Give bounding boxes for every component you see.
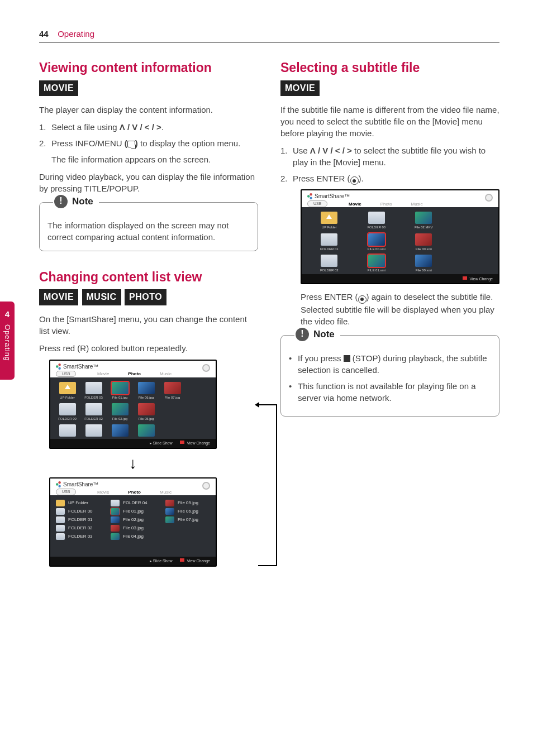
selecting-step-2: Press ENTER (). [280, 173, 499, 185]
side-tab: 4 Operating [0, 302, 15, 380]
note-label: ! Note [294, 328, 340, 341]
viewing-note-body: The information displayed on the screen … [47, 219, 250, 243]
viewing-step-1: Select a file using Λ / V / < / >. [39, 121, 258, 133]
list-item[interactable]: File 04.jpg [111, 533, 155, 540]
folder-icon[interactable] [368, 212, 385, 224]
tab-music[interactable]: Music [411, 201, 423, 207]
footer-view-change[interactable]: View Change [463, 276, 493, 282]
screenshot-list-view: SmartShare™ USB Movie Photo Music UP Fol… [49, 477, 217, 567]
connector-line [258, 565, 277, 566]
smartshare-logo: SmartShare™ [56, 481, 98, 489]
folder-up-icon[interactable] [321, 212, 337, 224]
footer-slideshow[interactable]: ▸ Slide Show [150, 441, 173, 446]
thumb-icon [165, 516, 174, 523]
thumb-icon[interactable] [164, 382, 181, 394]
selecting-note-2: This function is not available for playi… [289, 380, 491, 404]
list-item[interactable]: FOLDER 03 [56, 533, 101, 540]
folder-icon[interactable] [85, 382, 102, 394]
tab-music[interactable]: Music [160, 371, 172, 377]
selecting-note-1: If you press (STOP) during playback, the… [289, 352, 491, 376]
tag-photo: PHOTO [125, 289, 166, 305]
folder-icon [56, 525, 65, 532]
selecting-after: Press ENTER () again to deselect the sub… [301, 291, 499, 327]
thumb-icon[interactable] [368, 255, 385, 267]
folder-up-icon[interactable] [59, 382, 76, 394]
footer-slideshow[interactable]: ▸ Slide Show [150, 558, 173, 564]
folder-icon[interactable] [321, 233, 337, 246]
footer-view-change[interactable]: View Change [180, 558, 210, 564]
media-tabs: Movie Photo Music [97, 489, 172, 495]
arrow-down-icon: ↓ [49, 449, 217, 477]
changing-intro: On the [SmartShare] menu, you can change… [39, 313, 258, 337]
list-item[interactable]: File 01.jpg [111, 508, 155, 515]
tab-photo[interactable]: Photo [128, 371, 141, 377]
enter-icon [350, 176, 359, 185]
tab-movie[interactable]: Movie [97, 371, 109, 377]
list-item[interactable]: File 07.jpg [165, 516, 210, 523]
thumb-icon[interactable] [138, 403, 155, 415]
thumb-icon[interactable] [415, 255, 432, 267]
list-item[interactable]: FOLDER 01 [56, 516, 101, 523]
list-item[interactable]: FOLDER 02 [56, 525, 101, 532]
tab-music[interactable]: Music [160, 489, 172, 495]
folder-icon[interactable] [85, 424, 102, 437]
connector-line [258, 404, 277, 405]
tag-movie: MOVIE [280, 80, 320, 96]
section-title-viewing: Viewing content information [39, 59, 258, 76]
thumb-icon[interactable] [368, 233, 385, 246]
list-item[interactable]: UP Folder [56, 500, 101, 506]
thumb-icon[interactable] [112, 403, 129, 415]
list-item[interactable]: File 06.jpg [165, 508, 210, 515]
list-item[interactable]: File 02.jpg [111, 516, 155, 523]
thumb-icon[interactable] [415, 233, 432, 246]
tab-photo[interactable]: Photo [128, 489, 141, 495]
selecting-intro: If the subtitle file name is different f… [280, 104, 499, 139]
side-tab-number: 4 [5, 308, 9, 320]
viewing-after: During video playback, you can display t… [39, 171, 258, 194]
thumb-icon[interactable] [138, 424, 155, 437]
tag-row: MOVIE MUSIC PHOTO [39, 289, 258, 305]
thumb-icon [111, 508, 120, 515]
left-column: Viewing content information MOVIE The pl… [39, 59, 258, 566]
viewing-step2-sub: The file information appears on the scre… [39, 154, 258, 165]
svg-point-5 [58, 485, 60, 487]
thumb-icon[interactable] [138, 382, 155, 394]
svg-point-1 [58, 363, 60, 366]
folder-icon[interactable] [85, 403, 102, 415]
folder-icon[interactable] [59, 403, 76, 415]
thumb-icon[interactable] [112, 382, 129, 394]
tab-movie[interactable]: Movie [349, 201, 361, 207]
note-title: Note [72, 195, 93, 208]
info-menu-icon [127, 141, 135, 147]
tag-movie: MOVIE [39, 80, 78, 96]
svg-point-2 [58, 367, 60, 369]
stop-icon [344, 355, 350, 362]
page-number: 44 [39, 29, 49, 39]
note-title: Note [313, 328, 335, 341]
list-item[interactable]: FOLDER 04 [111, 500, 155, 506]
disc-icon [202, 482, 210, 490]
selecting-step-1: Use Λ / V / < / > to select the subtitle… [280, 145, 499, 168]
folder-icon[interactable] [321, 255, 337, 267]
thumb-icon[interactable] [112, 424, 129, 437]
right-column: Selecting a subtitle file MOVIE If the s… [280, 59, 499, 566]
folder-up-icon [56, 500, 65, 506]
viewing-note-box: ! Note The information displayed on the … [39, 202, 258, 251]
nav-arrows-icon: Λ / V / < / > [310, 146, 352, 155]
screenshot-grid-view: SmartShare™ USB Movie Photo Music UP Fol… [49, 360, 217, 449]
enter-icon [358, 295, 367, 304]
list-item[interactable]: File 05.jpg [165, 500, 210, 506]
svg-point-7 [310, 193, 312, 195]
thumb-icon[interactable] [415, 212, 432, 224]
viewing-intro: The player can display the content infor… [39, 104, 258, 116]
footer-view-change[interactable]: View Change [180, 441, 210, 446]
folder-icon[interactable] [59, 424, 76, 437]
tab-movie[interactable]: Movie [97, 489, 109, 495]
tab-photo[interactable]: Photo [380, 201, 392, 207]
thumb-icon [111, 533, 120, 540]
list-item[interactable]: File 03.jpg [111, 525, 155, 532]
list-item[interactable]: FOLDER 00 [56, 508, 101, 515]
connector-line [276, 404, 277, 566]
usb-badge: USB [307, 200, 327, 207]
thumb-icon [111, 525, 120, 532]
